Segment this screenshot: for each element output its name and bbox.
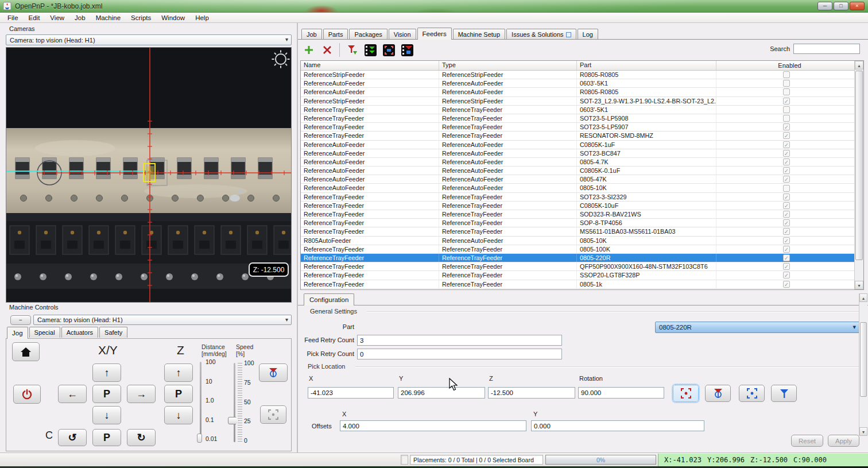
column-header-type[interactable]: Type <box>439 61 577 70</box>
table-row[interactable]: ReferenceAutoFeederReferenceAutoFeeder06… <box>301 79 863 88</box>
pick-part-button[interactable] <box>400 42 414 57</box>
machine-tab-jog[interactable]: Jog <box>7 327 28 339</box>
offsets-x-input[interactable] <box>340 420 526 431</box>
table-row[interactable]: ReferenceTrayFeederReferenceTrayFeederMS… <box>301 227 863 236</box>
table-row[interactable]: ReferenceTrayFeederReferenceTrayFeeder06… <box>301 106 863 114</box>
minimize-button[interactable]: ─ <box>817 2 832 10</box>
enabled-checkbox[interactable]: ✓ <box>783 150 790 157</box>
enabled-checkbox[interactable]: ✓ <box>783 123 790 130</box>
table-row[interactable]: ReferenceTrayFeederReferenceTrayFeederRE… <box>301 131 863 140</box>
camera-select[interactable]: Camera: top vision (Head: H1) ▾ <box>6 34 292 45</box>
scrollbar-down-icon[interactable]: ▾ <box>855 281 863 289</box>
enabled-checkbox[interactable]: ✓ <box>783 237 790 244</box>
maximize-button[interactable]: □ <box>834 2 848 10</box>
enabled-checkbox[interactable]: ✓ <box>783 98 790 105</box>
enabled-checkbox[interactable] <box>783 80 790 87</box>
offsets-y-input[interactable] <box>531 420 704 431</box>
enabled-checkbox[interactable]: ✓ <box>783 158 790 165</box>
table-row[interactable]: ReferenceAutoFeederReferenceAutoFeederR0… <box>301 88 863 96</box>
table-row[interactable]: ReferenceAutoFeederReferenceAutoFeederC0… <box>301 167 863 175</box>
menu-item-help[interactable]: Help <box>190 13 214 22</box>
enabled-checkbox[interactable]: ✓ <box>783 228 790 235</box>
move-camera-to-location-button[interactable] <box>739 385 765 402</box>
position-camera-button[interactable] <box>260 405 286 424</box>
table-row[interactable]: ReferenceTrayFeederReferenceTrayFeeder08… <box>301 245 863 254</box>
table-row[interactable]: ReferenceTrayFeederReferenceTrayFeederSO… <box>301 123 863 131</box>
apply-button[interactable]: Apply <box>828 435 859 447</box>
menu-item-edit[interactable]: Edit <box>24 13 45 22</box>
table-row[interactable]: ReferenceAutoFeederReferenceAutoFeeder08… <box>301 184 863 192</box>
title-bar[interactable]: OpenPnP - *JB-kobo.job.xml ─ □ × <box>0 0 868 13</box>
scrollbar-up-icon[interactable]: ▴ <box>855 61 863 69</box>
table-row[interactable]: ReferenceAutoFeederReferenceAutoFeeder08… <box>301 175 863 184</box>
enabled-checkbox[interactable]: ✓ <box>783 194 790 200</box>
enabled-checkbox[interactable]: ✓ <box>783 254 790 261</box>
table-row[interactable]: ReferenceTrayFeederReferenceTrayFeeder08… <box>301 254 863 262</box>
enabled-checkbox[interactable] <box>783 88 790 95</box>
enabled-checkbox[interactable]: ✓ <box>783 272 790 279</box>
tab-vision[interactable]: Vision <box>389 29 416 40</box>
tab-log[interactable]: Log <box>578 29 598 40</box>
collapse-button[interactable]: − <box>10 315 31 325</box>
tab-packages[interactable]: Packages <box>349 29 387 40</box>
enabled-checkbox[interactable] <box>783 185 790 192</box>
enabled-checkbox[interactable]: ✓ <box>783 176 790 183</box>
table-row[interactable]: ReferenceTrayFeederReferenceTrayFeederSO… <box>301 193 863 202</box>
move-nozzle-to-location-button[interactable] <box>771 385 797 402</box>
menu-item-file[interactable]: File <box>2 13 24 22</box>
scrollbar-up-icon[interactable]: ▴ <box>859 293 867 302</box>
enabled-checkbox[interactable]: ✓ <box>783 219 790 226</box>
tab-parts[interactable]: Parts <box>323 29 348 40</box>
table-scrollbar-thumb[interactable] <box>855 71 863 260</box>
enabled-checkbox[interactable]: ✓ <box>783 132 790 139</box>
machine-tab-special[interactable]: Special <box>29 327 60 338</box>
machine-camera-select[interactable]: Camera: top vision (Head: H1) ▾ <box>33 315 292 325</box>
table-row[interactable]: ReferenceTrayFeederReferenceTrayFeeder08… <box>301 280 863 289</box>
menu-item-view[interactable]: View <box>45 13 69 22</box>
table-row[interactable]: ReferenceAutoFeederReferenceAutoFeeder08… <box>301 158 863 167</box>
tab-job[interactable]: Job <box>301 29 322 40</box>
table-row[interactable]: ReferenceStripFeederReferenceStripFeeder… <box>301 97 863 106</box>
table-row[interactable]: ReferenceStripFeederReferenceStripFeeder… <box>301 71 863 79</box>
feed-feeder-button[interactable] <box>344 42 359 57</box>
menu-item-scripts[interactable]: Scripts <box>126 13 156 22</box>
enabled-checkbox[interactable]: ✓ <box>783 141 790 148</box>
table-row[interactable]: ReferenceTrayFeederReferenceTrayFeederSO… <box>301 114 863 123</box>
enabled-checkbox[interactable] <box>783 115 790 122</box>
enabled-checkbox[interactable] <box>783 71 790 78</box>
machine-tab-actuators[interactable]: Actuators <box>61 327 98 338</box>
part-combobox[interactable]: 0805-220R ▾ <box>655 322 860 333</box>
table-row[interactable]: ReferenceTrayFeederReferenceTrayFeederSS… <box>301 271 863 280</box>
config-scrollbar-thumb[interactable] <box>860 322 867 397</box>
jog-z-plus-button[interactable]: ↑ <box>164 363 193 382</box>
jog-z-minus-button[interactable]: ↓ <box>164 406 193 424</box>
pick-feeder-button[interactable] <box>363 42 378 57</box>
position-nozzle-button[interactable] <box>259 363 288 382</box>
pick-retry-input[interactable] <box>357 349 562 359</box>
pick-rotation-input[interactable] <box>578 387 664 399</box>
enabled-checkbox[interactable]: ✓ <box>783 211 790 218</box>
table-row[interactable]: ReferenceTrayFeederReferenceTrayFeederC0… <box>301 202 863 210</box>
table-scrollbar[interactable]: ▴ ▾ <box>854 61 863 289</box>
speed-slider[interactable] <box>234 363 235 442</box>
jog-c-cw-button[interactable]: ↻ <box>127 429 156 446</box>
tab-issues-solutions[interactable]: Issues & Solutions <box>506 29 576 40</box>
table-row[interactable]: ReferenceTrayFeederReferenceTrayFeederQF… <box>301 262 863 271</box>
enabled-checkbox[interactable] <box>783 106 790 113</box>
close-button[interactable]: × <box>850 2 865 10</box>
reset-button[interactable]: Reset <box>791 435 823 447</box>
menu-item-window[interactable]: Window <box>156 13 190 22</box>
table-row[interactable]: ReferenceTrayFeederReferenceTrayFeederSO… <box>301 210 863 219</box>
jog-x-plus-button[interactable]: → <box>127 385 156 403</box>
distance-slider-thumb[interactable] <box>197 434 202 443</box>
table-row[interactable]: ReferenceTrayFeederReferenceTrayFeederSO… <box>301 219 863 227</box>
pick-z-input[interactable] <box>488 387 575 399</box>
enabled-checkbox[interactable]: ✓ <box>783 246 790 253</box>
capture-nozzle-location-button[interactable] <box>705 385 731 402</box>
park-c-button[interactable]: P <box>92 429 121 446</box>
home-button[interactable] <box>12 342 40 361</box>
menu-item-machine[interactable]: Machine <box>91 13 126 22</box>
column-header-part[interactable]: Part <box>577 61 716 70</box>
pick-y-input[interactable] <box>398 387 485 399</box>
machine-tab-safety[interactable]: Safety <box>99 327 127 338</box>
